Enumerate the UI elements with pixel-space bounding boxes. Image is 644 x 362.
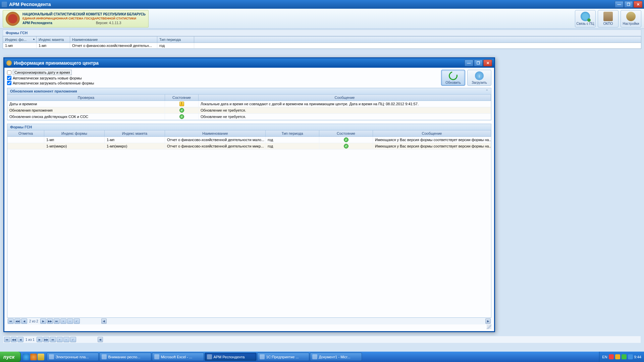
dialog-close-button[interactable]: ✕ bbox=[483, 60, 492, 66]
updates-grid: Проверка Состояние Сообщение Даты и врем… bbox=[7, 95, 491, 120]
nav-next-button[interactable]: ▶ bbox=[40, 318, 46, 324]
taskbar-item[interactable]: Вниманию респо... bbox=[99, 353, 151, 361]
nav-save-button[interactable]: ✓ bbox=[70, 337, 76, 342]
nav-next-button[interactable]: ▶ bbox=[37, 337, 43, 342]
nav-last-button[interactable]: ⏭ bbox=[54, 318, 60, 324]
col-message[interactable]: Сообщение bbox=[199, 95, 491, 101]
gears-icon bbox=[626, 12, 636, 21]
nav-prev-button[interactable]: ◀ bbox=[21, 318, 27, 324]
taskbar-item[interactable]: АРМ Респондента bbox=[205, 353, 257, 361]
col-message[interactable]: Сообщение bbox=[373, 130, 491, 136]
link-button[interactable]: Связь с ПЦ bbox=[575, 10, 596, 27]
maximize-button[interactable]: ❐ bbox=[624, 1, 633, 8]
nav-add-button[interactable]: + bbox=[57, 337, 63, 342]
nav-first-button[interactable]: ⏮ bbox=[4, 337, 10, 342]
collapse-icon[interactable]: ⌃ bbox=[486, 89, 488, 93]
tray-icon[interactable] bbox=[615, 354, 620, 359]
nav-add-button[interactable]: + bbox=[60, 318, 66, 324]
banner-line2: ЕДИНАЯ ИНФОРМАЦИОННАЯ СИСТЕМА ГОСУДАРСТВ… bbox=[22, 16, 146, 21]
dialog-minimize-button[interactable]: — bbox=[465, 60, 473, 66]
close-button[interactable]: ✕ bbox=[634, 1, 642, 8]
ql-folder-icon[interactable] bbox=[38, 354, 44, 360]
tray-icon[interactable] bbox=[609, 354, 614, 359]
autoload-upd-checkbox[interactable] bbox=[7, 81, 11, 85]
update-row[interactable]: Обновления списка действующих СОК и СОС … bbox=[7, 114, 491, 120]
nav-last-button[interactable]: ⏭ bbox=[50, 337, 56, 342]
task-icon bbox=[260, 354, 265, 359]
nav-prev-button[interactable]: ◀ bbox=[17, 337, 23, 342]
forms-section-header: Формы ГСН bbox=[3, 29, 641, 36]
forms-panel-header: Формы ГСН bbox=[7, 124, 491, 130]
tray-icon[interactable] bbox=[628, 354, 633, 359]
lang-indicator[interactable]: EN bbox=[602, 355, 607, 359]
tray-icon[interactable] bbox=[622, 354, 627, 359]
taskbar-item[interactable]: Microsoft Excel - ... bbox=[152, 353, 204, 361]
autoload-upd-label: Автоматически загружать обновленные форм… bbox=[13, 81, 94, 85]
download-button[interactable]: Загрузить bbox=[467, 70, 491, 86]
col-index-form[interactable]: Индекс фо...▲ bbox=[3, 37, 37, 43]
nav-del-button[interactable]: − bbox=[67, 318, 73, 324]
nav-prevpage-button[interactable]: ◀◀ bbox=[14, 318, 20, 324]
col-period-type[interactable]: Тип периода bbox=[266, 130, 319, 136]
autoload-new-checkbox[interactable] bbox=[7, 76, 11, 80]
refresh-button[interactable]: Обновить bbox=[441, 70, 465, 86]
banner-line3: АРМ Респондента bbox=[22, 21, 52, 25]
updates-panel-header: Обновления компонент приложения ⌃ bbox=[7, 88, 491, 95]
banner-box: НАЦИОНАЛЬНЫЙ СТАТИСТИЧЕСКИЙ КОМИТЕТ РЕСП… bbox=[3, 10, 149, 27]
refresh-icon bbox=[447, 70, 459, 82]
col-index-maket[interactable]: Индекс макета bbox=[37, 37, 70, 43]
nav-del-button[interactable]: − bbox=[63, 337, 69, 342]
nav-nextpage-button[interactable]: ▶▶ bbox=[47, 318, 53, 324]
okpo-button[interactable]: ОКПО bbox=[598, 10, 619, 27]
taskbar-item[interactable]: 1С:Предприятие ... bbox=[257, 353, 309, 361]
col-maket-index[interactable]: Индекс макета bbox=[105, 130, 165, 136]
col-state[interactable]: Состояние bbox=[165, 95, 199, 101]
autoload-new-label: Автоматически загружать новые формы bbox=[13, 76, 82, 80]
sync-checkbox[interactable] bbox=[7, 70, 11, 75]
taskbar: пуск Электронные пла...Вниманию респо...… bbox=[0, 352, 644, 362]
dialog-icon bbox=[6, 60, 12, 66]
task-icon bbox=[312, 354, 317, 359]
col-form-index[interactable]: Индекс формы bbox=[44, 130, 105, 136]
ql-ie-icon[interactable] bbox=[23, 354, 30, 360]
resize-grip[interactable] bbox=[487, 324, 491, 329]
grid-row[interactable]: 1-мп 1-мп Отчет о финансово-хозяйственно… bbox=[3, 43, 641, 49]
col-period[interactable]: Тип периода bbox=[157, 37, 194, 43]
minimize-button[interactable]: — bbox=[615, 1, 624, 8]
main-forms-grid: Индекс фо...▲ Индекс макета Наименование… bbox=[3, 36, 641, 49]
status-ok-icon bbox=[344, 144, 348, 148]
nav-nextpage-button[interactable]: ▶▶ bbox=[43, 337, 49, 342]
scroll-right-button[interactable]: ▶ bbox=[485, 318, 491, 324]
col-state[interactable]: Состояние bbox=[319, 130, 373, 136]
emblem-icon bbox=[6, 12, 20, 26]
taskbar-item[interactable]: Документ1 - Micr... bbox=[310, 353, 362, 361]
nav-prevpage-button[interactable]: ◀◀ bbox=[11, 337, 17, 342]
col-name[interactable]: Наименование bbox=[70, 37, 157, 43]
scroll-left-button[interactable]: ◀ bbox=[101, 318, 107, 324]
scroll-left-button[interactable]: ◀ bbox=[98, 337, 103, 342]
start-button[interactable]: пуск bbox=[0, 352, 21, 362]
ql-firefox-icon[interactable] bbox=[30, 354, 37, 360]
dialog-maximize-button[interactable]: ❐ bbox=[474, 60, 483, 66]
status-warn-icon bbox=[179, 102, 184, 106]
nav-save-button[interactable]: ✓ bbox=[74, 318, 80, 324]
col-mark[interactable]: Отметка bbox=[7, 130, 44, 136]
col-name[interactable]: Наименование bbox=[165, 130, 266, 136]
taskbar-item[interactable]: Электронные пла... bbox=[47, 353, 99, 361]
col-check[interactable]: Проверка bbox=[7, 95, 165, 101]
form-row[interactable]: 1-мп 1-мп Отчет о финансово-хозяйственно… bbox=[7, 137, 491, 143]
sync-datetime-button[interactable]: Синхронизировать дату и время bbox=[13, 70, 72, 75]
dialog-navigator: ⏮ ◀◀ ◀ 2 из 2 ▶ ▶▶ ⏭ + − ✓ ◀ ▶ bbox=[7, 318, 491, 324]
update-row[interactable]: Даты и времени Локальные дата и время не… bbox=[7, 101, 491, 107]
nav-position: 1 из 1 bbox=[24, 338, 36, 342]
settings-button[interactable]: Настройки bbox=[621, 10, 641, 27]
dialog-titlebar[interactable]: Информация принимающего центра — ❐ ✕ bbox=[4, 58, 494, 68]
form-row[interactable]: 1-мп(микро) 1-мп(микро) Отчет о финансов… bbox=[7, 143, 491, 149]
status-ok-icon bbox=[179, 108, 184, 113]
nav-first-button[interactable]: ⏮ bbox=[8, 318, 14, 324]
nav-position: 2 из 2 bbox=[28, 319, 40, 323]
task-icon bbox=[49, 354, 54, 359]
main-titlebar: АРМ Респондента — ❐ ✕ bbox=[0, 0, 644, 9]
clock[interactable]: 9:44 bbox=[634, 355, 641, 359]
update-row[interactable]: Обновления приложения Обновление не треб… bbox=[7, 107, 491, 114]
